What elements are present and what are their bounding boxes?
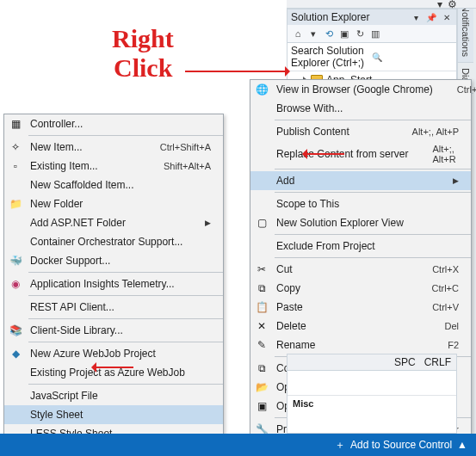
- menu-scope-to-this[interactable]: Scope to This: [250, 194, 471, 213]
- menu-cut[interactable]: ✂CutCtrl+X: [250, 260, 471, 279]
- status-spc: SPC: [394, 356, 416, 368]
- menu-container-orchestrator[interactable]: Container Orchestrator Support...: [4, 232, 223, 251]
- add-submenu: ▦Controller... ✧New Item...Ctrl+Shift+A …: [3, 114, 224, 456]
- status-crlf: CRLF: [424, 356, 451, 368]
- menu-existing-item[interactable]: ▫Existing Item...Shift+Alt+A: [4, 157, 223, 176]
- menu-rename[interactable]: ✎RenameF2: [250, 336, 471, 354]
- properties-section-misc: Misc: [287, 395, 456, 411]
- menu-browse-with[interactable]: Browse With...: [250, 99, 471, 118]
- docker-icon: 🐳: [8, 254, 23, 268]
- cut-icon: ✂: [254, 262, 269, 276]
- properties-grid: Misc: [287, 370, 457, 434]
- show-all-icon[interactable]: ▥: [368, 27, 382, 40]
- sync-icon[interactable]: ⟲: [322, 27, 336, 40]
- status-bar: ＋ Add to Source Control ▲: [0, 434, 476, 456]
- editor-status-strip: SPC CRLF: [287, 354, 457, 370]
- collapse-icon[interactable]: ▣: [337, 27, 351, 40]
- delete-icon: ✕: [254, 319, 269, 333]
- menu-copy[interactable]: ⧉CopyCtrl+C: [250, 279, 471, 298]
- dropdown-icon[interactable]: ▾: [306, 27, 320, 40]
- annotation-click: Click: [114, 53, 172, 83]
- copy-icon: ⧉: [254, 281, 269, 295]
- folder-open-icon: 📂: [254, 380, 269, 394]
- menu-rest-api-client[interactable]: REST API Client...: [4, 298, 223, 317]
- annotation-right: Right: [112, 24, 174, 53]
- menu-add[interactable]: Add▶: [250, 171, 471, 190]
- paste-icon: 📋: [254, 300, 269, 314]
- top-toolbar: ▾ ⚙: [287, 0, 476, 9]
- menu-paste: 📋PasteCtrl+V: [250, 298, 471, 317]
- menu-view-in-browser[interactable]: 🌐View in Browser (Google Chrome)Ctrl+Shi…: [250, 80, 471, 99]
- submenu-arrow-icon: ▶: [205, 219, 211, 227]
- annotation-arrow-to-add: [297, 146, 344, 162]
- azure-icon: ◆: [8, 347, 23, 360]
- new-folder-icon: 📁: [8, 197, 23, 211]
- search-placeholder: Search Solution Explorer (Ctrl+;): [291, 45, 372, 69]
- controller-icon: ▦: [8, 117, 23, 131]
- add-source-control-label: Add to Source Control: [350, 439, 452, 451]
- dropdown-icon[interactable]: ▾: [410, 13, 422, 22]
- solution-search[interactable]: Search Solution Explorer (Ctrl+;) 🔍: [287, 43, 456, 71]
- search-icon: 🔍: [372, 52, 453, 62]
- home-icon[interactable]: ⌂: [291, 27, 305, 40]
- menu-scaffolded-item[interactable]: New Scaffolded Item...: [4, 176, 223, 194]
- copy-path-icon: ⧉: [254, 361, 269, 375]
- menu-new-solution-view[interactable]: ▢New Solution Explorer View: [250, 213, 471, 232]
- library-icon: 📚: [8, 324, 23, 337]
- menu-client-side-library[interactable]: 📚Client-Side Library...: [4, 321, 223, 340]
- menu-app-insights[interactable]: ◉Application Insights Telemetry...: [4, 274, 223, 293]
- refresh-icon[interactable]: ↻: [353, 27, 367, 40]
- submenu-arrow-icon: ▶: [453, 176, 459, 185]
- menu-delete[interactable]: ✕DeleteDel: [250, 317, 471, 336]
- menu-exclude-from-project[interactable]: Exclude From Project: [250, 237, 471, 256]
- add-source-control-button[interactable]: ＋ Add to Source Control ▲: [335, 438, 467, 453]
- menu-publish-content[interactable]: Publish ContentAlt+;, Alt+P: [250, 122, 471, 141]
- sidebar-tab-notifications[interactable]: Notifications: [458, 0, 473, 63]
- menu-new-item[interactable]: ✧New Item...Ctrl+Shift+A: [4, 138, 223, 157]
- terminal-icon: ▣: [254, 399, 269, 413]
- menu-style-sheet[interactable]: Style Sheet: [4, 405, 223, 424]
- menu-aspnet-folder[interactable]: Add ASP.NET Folder▶: [4, 213, 223, 232]
- annotation-arrow-to-content: [185, 64, 297, 81]
- pin-icon[interactable]: 📌: [425, 13, 437, 22]
- existing-item-icon: ▫: [8, 159, 23, 173]
- rename-icon: ✎: [254, 338, 269, 352]
- menu-javascript-file[interactable]: JavaScript File: [4, 386, 223, 405]
- browser-icon: 🌐: [254, 83, 269, 96]
- menu-new-folder[interactable]: 📁New Folder: [4, 194, 223, 213]
- solution-explorer-header: Solution Explorer ▾ 📌 ✕: [287, 9, 456, 25]
- solution-explorer-toolbar: ⌂ ▾ ⟲ ▣ ↻ ▥: [287, 25, 456, 43]
- annotation-arrow-to-stylesheet: [86, 360, 133, 375]
- new-item-icon: ✧: [8, 140, 23, 154]
- solution-explorer-title: Solution Explorer: [291, 11, 406, 23]
- up-arrow-icon: ▲: [457, 439, 467, 451]
- close-icon[interactable]: ✕: [441, 13, 453, 22]
- add-icon: ＋: [335, 438, 345, 453]
- menu-docker-support[interactable]: 🐳Docker Support...: [4, 251, 223, 270]
- insights-icon: ◉: [8, 277, 23, 291]
- menu-replace-content[interactable]: Replace Content from serverAlt+;, Alt+R: [250, 141, 471, 167]
- window-icon: ▢: [254, 216, 269, 230]
- menu-controller[interactable]: ▦Controller...: [4, 114, 223, 133]
